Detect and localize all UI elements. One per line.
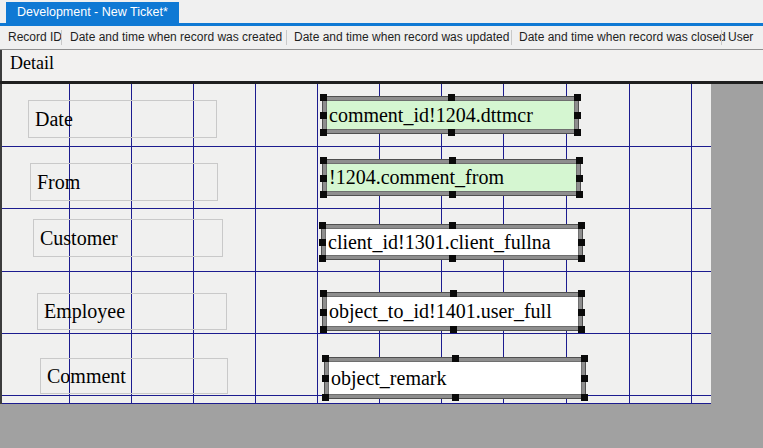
selection-handle-tm[interactable]	[452, 355, 459, 362]
selection-handle-tm[interactable]	[449, 222, 456, 229]
label-object-comment[interactable]: Comment	[40, 358, 228, 394]
selection-handle-tr[interactable]	[578, 222, 585, 229]
selection-handle-bm[interactable]	[452, 394, 459, 401]
grid-hline	[2, 271, 713, 272]
selection-handle-tm[interactable]	[448, 94, 455, 101]
selection-handle-tr[interactable]	[574, 94, 581, 101]
field-object-comment-from[interactable]: !1204.comment_from	[323, 160, 580, 195]
selection-handle-mr[interactable]	[581, 375, 588, 382]
label-object-date[interactable]: Date	[28, 100, 217, 138]
selection-handle-bm[interactable]	[449, 255, 456, 262]
field-column-closed[interactable]: Date and time when record was closed	[519, 30, 726, 44]
selection-handle-br[interactable]	[581, 394, 588, 401]
selection-handle-bm[interactable]	[448, 129, 455, 136]
field-expression: object_to_id!1401.user_full	[323, 293, 582, 330]
selection-handle-tr[interactable]	[578, 290, 585, 297]
selection-handle-br[interactable]	[574, 129, 581, 136]
selection-handle-br[interactable]	[578, 326, 585, 333]
field-expression: object_remark	[325, 358, 585, 398]
selection-handle-tr[interactable]	[576, 157, 583, 164]
selection-handle-mr[interactable]	[578, 309, 585, 316]
selection-handle-tl[interactable]	[320, 157, 327, 164]
header-separator	[61, 30, 62, 45]
grid-vline	[629, 84, 630, 404]
selection-handle-bl[interactable]	[320, 191, 327, 198]
label-object-customer[interactable]: Customer	[33, 219, 223, 257]
outside-page-area-bottom	[0, 404, 763, 448]
field-object-remark[interactable]: object_remark	[325, 358, 585, 398]
selection-handle-br[interactable]	[576, 191, 583, 198]
header-separator	[721, 30, 722, 45]
detail-band-header[interactable]: Detail	[0, 50, 763, 81]
selection-handle-mr[interactable]	[576, 175, 583, 182]
field-object-date-created[interactable]: comment_id!1204.dttmcr	[323, 97, 578, 133]
selection-handle-tm[interactable]	[449, 157, 456, 164]
field-object-client-fullname[interactable]: client_id!1301.client_fullna	[322, 225, 582, 259]
field-expression: client_id!1301.client_fullna	[322, 225, 582, 259]
grid-hline	[2, 208, 713, 209]
selection-handle-bm[interactable]	[450, 326, 457, 333]
selection-handle-tl[interactable]	[322, 355, 329, 362]
grid-vline	[691, 84, 692, 404]
field-column-record-id[interactable]: Record ID	[8, 30, 62, 44]
selection-handle-ml[interactable]	[320, 309, 327, 316]
label-object-from[interactable]: From	[30, 163, 218, 201]
selection-handle-tl[interactable]	[319, 222, 326, 229]
selection-handle-tr[interactable]	[581, 355, 588, 362]
field-description-header: Record ID Date and time when record was …	[0, 26, 763, 49]
grid-hline	[2, 333, 713, 334]
outside-page-area-right	[711, 84, 763, 448]
field-column-updated[interactable]: Date and time when record was updated	[294, 30, 509, 44]
selection-handle-ml[interactable]	[320, 175, 327, 182]
grid-vline	[317, 84, 318, 404]
selection-handle-br[interactable]	[578, 255, 585, 262]
selection-handle-bm[interactable]	[449, 191, 456, 198]
detail-band-label: Detail	[10, 53, 54, 74]
field-column-created[interactable]: Date and time when record was created	[70, 30, 282, 44]
document-tab-title: Development - New Ticket*	[17, 5, 168, 19]
header-separator	[511, 30, 512, 45]
field-column-user[interactable]: User	[728, 30, 753, 44]
selection-handle-bl[interactable]	[320, 129, 327, 136]
grid-hline	[2, 146, 713, 147]
document-tab[interactable]: Development - New Ticket*	[6, 2, 179, 23]
selection-handle-bl[interactable]	[320, 326, 327, 333]
selection-handle-mr[interactable]	[578, 239, 585, 246]
selection-handle-bl[interactable]	[322, 394, 329, 401]
field-expression: comment_id!1204.dttmcr	[323, 97, 578, 133]
selection-handle-bl[interactable]	[319, 255, 326, 262]
field-object-user-fullname[interactable]: object_to_id!1401.user_full	[323, 293, 582, 330]
field-expression: !1204.comment_from	[323, 160, 580, 195]
tab-bar: Development - New Ticket*	[0, 0, 763, 23]
form-designer-window: Development - New Ticket* Record ID Date…	[0, 0, 763, 448]
selection-handle-ml[interactable]	[322, 375, 329, 382]
selection-handle-tm[interactable]	[450, 290, 457, 297]
selection-handle-tl[interactable]	[320, 94, 327, 101]
header-separator	[286, 30, 287, 45]
selection-handle-ml[interactable]	[319, 239, 326, 246]
selection-handle-ml[interactable]	[320, 112, 327, 119]
grid-vline	[255, 84, 256, 404]
selection-handle-tl[interactable]	[320, 290, 327, 297]
selection-handle-mr[interactable]	[574, 112, 581, 119]
label-object-employee[interactable]: Employee	[37, 293, 227, 330]
